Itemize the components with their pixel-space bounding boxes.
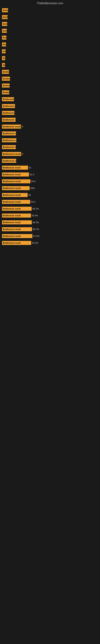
bar-row: Bottleneck result56.7% [2, 227, 98, 232]
bar-label: Bottleneck result [2, 126, 21, 128]
site-title: TheBottlenecker.com [37, 2, 63, 5]
bar-row: Bottleneck result54.3 [2, 200, 98, 204]
bar-label: Bottleneck result [2, 71, 9, 73]
bar-label: Bottleneck result [2, 98, 14, 100]
bar-label: Bottleneck resu [2, 57, 5, 59]
chart-container: Bottleneck resuBottleneck resuBottleneck… [0, 7, 100, 248]
bar-row: Bottleneck resu [2, 36, 98, 40]
bar-label: Bottleneck result [2, 146, 16, 148]
bar-value: 50 [28, 194, 31, 196]
bar-row: Bottleneck result51 [2, 166, 98, 170]
bar-value: 54.3 [31, 201, 35, 203]
bar-label: Bottleneck result [2, 173, 21, 176]
bar-row: Bottleneck result [2, 138, 98, 142]
bar-row: Bottleneck result [2, 111, 98, 115]
bar-row: Bottleneck result [2, 145, 98, 149]
bar-value: 56.7% [33, 228, 39, 230]
bar-row: Bottleneck result [2, 158, 98, 163]
bar-label: Bottleneck result [2, 112, 14, 114]
bar-label: Bottleneck result [2, 242, 21, 244]
bar-row: Bottleneck result [2, 90, 98, 94]
bar-row: Bottleneck result [2, 104, 98, 108]
bar-row: Bottleneck result54.4 [2, 179, 98, 184]
bar-value: 57.2% [33, 235, 39, 237]
bar-label: Bottleneck result [2, 84, 10, 87]
bar-row: Bottleneck resu [2, 22, 98, 26]
bar-value: 53% [30, 187, 35, 190]
bar-row: Bottleneck resu [2, 63, 98, 67]
bar-label: Bottleneck result [2, 91, 9, 94]
bar-row: Bottleneck result57.2% [2, 234, 98, 238]
bar-label: Bottleneck result [2, 221, 21, 224]
bar-value: 51 [29, 166, 31, 169]
bar-label: Bottleneck result [2, 139, 16, 142]
bar-label: Bottleneck resu [2, 9, 8, 12]
bar-row: Bottleneck result [2, 118, 98, 122]
bar-row: Bottleneck resu [2, 15, 98, 19]
bar-row: Bottleneck result52.3 [2, 172, 98, 177]
bar-row: Bottleneck result [2, 97, 98, 102]
bar-label: Bottleneck result [2, 160, 16, 162]
bar-value: 56.1% [32, 208, 39, 210]
bar-label: Bottleneck result [2, 214, 21, 217]
bar-label: Bottleneck result [2, 187, 21, 190]
bar-value: 54.4 [31, 180, 35, 182]
bar-row: Bottleneck resu [2, 56, 98, 60]
bar-label: Bottleneck resu [2, 16, 8, 18]
bar-label: Bottleneck result [2, 132, 16, 135]
bar-value: 4 [22, 126, 23, 128]
bar-label: Bottleneck resu [2, 36, 6, 39]
bar-label: Bottleneck result [2, 78, 10, 80]
bar-row: Bottleneck result [2, 70, 98, 74]
bar-label: Bottleneck result [2, 228, 21, 230]
bar-row: Bottleneck result56.3% [2, 220, 98, 224]
bar-label: Bottleneck resu [2, 43, 6, 46]
bar-label: Bottleneck result [2, 235, 21, 237]
bar-row: Bottleneck result [2, 83, 98, 88]
bar-value: 52.3 [30, 173, 34, 176]
bar-value: 4 [22, 153, 23, 155]
bar-value: 55.2% [32, 242, 38, 244]
bar-label: Bottleneck result [2, 201, 21, 203]
bar-row: Bottleneck result53% [2, 186, 98, 190]
page-header: TheBottlenecker.com [0, 0, 100, 7]
bar-label: Bottleneck result [2, 153, 21, 155]
bar-label: Bottleneck result [2, 166, 21, 169]
bar-row: Bottleneck result4 [2, 152, 98, 156]
bar-row: Bottleneck result50 [2, 193, 98, 197]
bar-row: Bottleneck result [2, 131, 98, 136]
bar-label: Bottleneck result [2, 208, 21, 210]
bar-row: Bottleneck result56.1% [2, 206, 98, 211]
bar-label: Bottleneck result [2, 105, 15, 107]
bar-row: Bottleneck result55.2% [2, 241, 98, 245]
bar-row: Bottleneck result4 [2, 124, 98, 129]
bar-label: Bottleneck resu [2, 23, 7, 25]
bar-row: Bottleneck resu [2, 42, 98, 47]
bar-label: Bottleneck result [2, 180, 21, 182]
bar-row: Bottleneck resu [2, 28, 98, 33]
bar-row: Bottleneck resu [2, 8, 98, 12]
bar-row: Bottleneck result55.4% [2, 213, 98, 218]
bar-label: Bottleneck resu [2, 30, 7, 32]
bar-value: 55.4% [32, 214, 38, 217]
bar-label: Bottleneck resu [2, 50, 6, 52]
bar-label: Bottleneck result [2, 118, 16, 121]
bar-row: Bottleneck result [2, 76, 98, 81]
bar-row: Bottleneck resu [2, 49, 98, 54]
bar-label: Bottleneck result [2, 194, 21, 196]
bar-value: 56.3% [33, 221, 39, 224]
bar-label: Bottleneck resu [2, 64, 5, 66]
